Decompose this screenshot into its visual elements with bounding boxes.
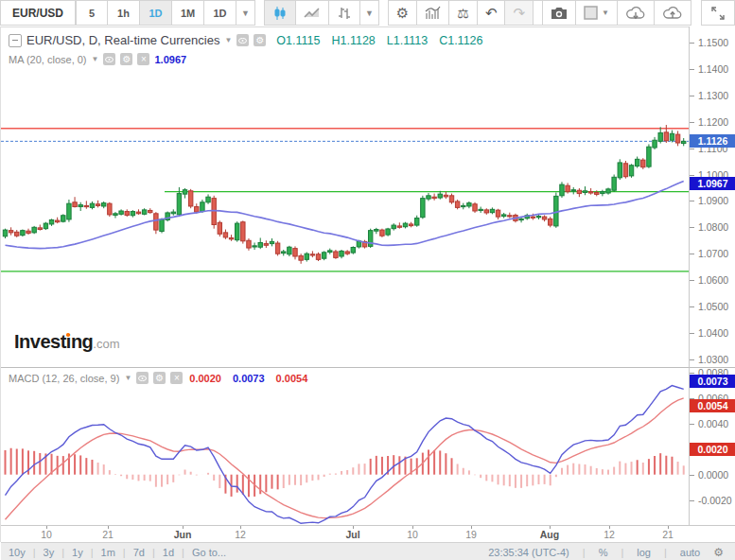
goto-button[interactable]: Go to...	[184, 547, 234, 558]
time-tick-label: 10	[407, 529, 418, 540]
price-tick-mark	[690, 227, 694, 228]
price-tick-mark	[690, 333, 694, 334]
macd-caret-icon[interactable]: ▼	[124, 374, 131, 382]
time-axis[interactable]: 1021Jun12Jul1019Aug1221	[1, 525, 735, 543]
price-tick-mark	[690, 306, 694, 307]
price-tick-label: 1.0400	[698, 327, 728, 339]
time-tick-label: 12	[604, 529, 615, 540]
price-tick-label: 1.0900	[698, 195, 728, 206]
price-tick-mark	[690, 96, 694, 96]
macd-panel[interactable]: MACD (12, 26, close, 9) ▼ ⚙ × 0.00200.00…	[1, 367, 689, 526]
ohlc-bars-icon[interactable]	[329, 0, 360, 26]
macd-canvas[interactable]	[1, 368, 689, 525]
separator: |	[614, 547, 630, 558]
compare-scales-icon[interactable]: ⚖	[449, 0, 478, 26]
auto-scale-button[interactable]: auto	[674, 547, 707, 558]
tools-group: ⚙ ⚖ ↶ ↷	[388, 0, 565, 26]
price-tick-label: 1.0800	[698, 221, 728, 233]
range-button-10y[interactable]: 10y	[1, 547, 33, 558]
fullscreen-group	[701, 0, 735, 26]
main-price-panel[interactable]: EUR/USD, D, Real-time Currencies ▼ ⚙ O1.…	[1, 26, 689, 367]
axis-settings-gear-icon[interactable]: ⚙	[707, 546, 730, 559]
collapse-panel-icon[interactable]	[9, 34, 22, 47]
background-swatch-icon[interactable]: ▼	[576, 0, 618, 26]
camera-snapshot-icon[interactable]	[542, 0, 576, 26]
timeframe-button-1d[interactable]: 1D	[140, 0, 172, 26]
macd-remove-icon[interactable]: ×	[170, 372, 183, 384]
macd-value-badge: 0.0073	[690, 375, 735, 388]
price-tick-label: 1.1400	[698, 63, 728, 75]
timeframe-caret-button[interactable]: ▼	[236, 0, 255, 26]
indicators-icon[interactable]	[417, 0, 449, 26]
macd-tick-label: 0.0040	[698, 418, 728, 429]
timeframe-button-5[interactable]: 5	[76, 0, 108, 26]
candlestick-chart-icon[interactable]	[264, 0, 296, 26]
macd-eye-icon[interactable]	[136, 372, 149, 384]
time-tick-label: Jun	[174, 529, 192, 540]
symbol-timeframe-group: EUR/USD 51h1D1M1D ▼	[0, 0, 255, 26]
percent-scale-button[interactable]: %	[592, 547, 615, 558]
price-tick-label: 1.0700	[698, 248, 728, 259]
ma-gear-icon[interactable]: ⚙	[120, 53, 132, 65]
redo-button[interactable]: ↷	[505, 0, 534, 26]
range-button-1m[interactable]: 1m	[94, 547, 123, 558]
price-tick-mark	[690, 280, 694, 281]
macd-tick-mark	[690, 500, 694, 501]
macd-gear-icon[interactable]: ⚙	[153, 372, 166, 384]
price-tick-label: 1.0500	[698, 301, 728, 312]
range-button-7d[interactable]: 7d	[126, 547, 152, 558]
separator: |	[576, 547, 592, 558]
macd-tick-label: -0.0020	[698, 495, 732, 506]
chart-application: EUR/USD 51h1D1M1D ▼ ▼ ⚙ ⚖ ↶ ↷	[0, 0, 735, 560]
macd-tick-label: 0.0000	[698, 469, 728, 481]
macd-value-badge: 0.0020	[690, 443, 735, 456]
range-button-1d[interactable]: 1d	[155, 547, 182, 558]
visibility-eye-icon[interactable]	[236, 34, 249, 46]
price-tick-label: 1.1500	[698, 37, 728, 48]
range-button-1y[interactable]: 1y	[64, 547, 91, 558]
ohlc-values: O1.1115H1.1128L1.1113C1.1126	[274, 34, 482, 47]
chart-type-group: ▼	[264, 0, 379, 26]
current-price-badge: 1.1126	[690, 134, 735, 148]
fullscreen-icon[interactable]	[701, 0, 735, 26]
ma-remove-icon[interactable]: ×	[137, 53, 149, 65]
chart-title: EUR/USD, D, Real-time Currencies	[26, 33, 219, 47]
timeframe-buttons: 51h1D1M1D	[76, 0, 236, 26]
undo-button[interactable]: ↶	[478, 0, 506, 26]
range-buttons: 10y|3y|1y|1m|7d|1d	[1, 547, 182, 558]
log-scale-button[interactable]: log	[630, 547, 657, 558]
price-tick-mark	[690, 175, 694, 176]
price-axis[interactable]: 1.15001.14001.13001.12001.11001.10001.09…	[689, 26, 735, 367]
macd-label: MACD (12, 26, close, 9)	[9, 373, 119, 384]
series-settings-gear-icon[interactable]: ⚙	[254, 34, 266, 46]
macd-axis[interactable]: 0.00800.00600.00400.00200.0000-0.00200.0…	[689, 367, 735, 525]
time-tick-label: 21	[102, 529, 114, 540]
ohlc-value: H1.1128	[331, 34, 375, 47]
snapshot-group: ▼	[542, 0, 691, 26]
macd-tick-mark	[690, 373, 694, 374]
macd-values: 0.00200.00730.0054	[189, 373, 307, 384]
ma-eye-icon[interactable]	[103, 53, 115, 65]
time-tick-label: Aug	[540, 529, 559, 540]
candlestick-canvas[interactable]	[1, 26, 689, 367]
cloud-download-icon[interactable]	[618, 0, 655, 26]
timeframe-button-1d[interactable]: 1D	[204, 0, 236, 26]
price-tick-label: 1.1200	[698, 116, 728, 128]
bottom-toolbar: 10y|3y|1y|1m|7d|1d | Go to... 23:35:34 (…	[1, 542, 735, 560]
symbol-button[interactable]: EUR/USD	[0, 0, 76, 26]
timeframe-button-1h[interactable]: 1h	[108, 0, 140, 26]
price-tick-label: 1.1300	[698, 90, 728, 101]
price-tick-mark	[690, 122, 694, 123]
range-button-3y[interactable]: 3y	[36, 547, 62, 558]
time-tick-label: Jul	[345, 529, 359, 540]
title-caret-icon[interactable]: ▼	[224, 36, 232, 44]
cloud-upload-icon[interactable]	[655, 0, 691, 26]
ma-caret-icon[interactable]: ▼	[92, 55, 99, 63]
time-tick-label: 12	[235, 529, 246, 540]
line-chart-icon[interactable]	[296, 0, 329, 26]
ohlc-value: L1.1113	[387, 34, 428, 47]
chart-type-caret-button[interactable]: ▼	[360, 0, 379, 26]
timeframe-button-1m[interactable]: 1M	[172, 0, 204, 26]
settings-gear-icon[interactable]: ⚙	[388, 0, 417, 26]
ohlc-value: O1.1115	[276, 34, 320, 47]
